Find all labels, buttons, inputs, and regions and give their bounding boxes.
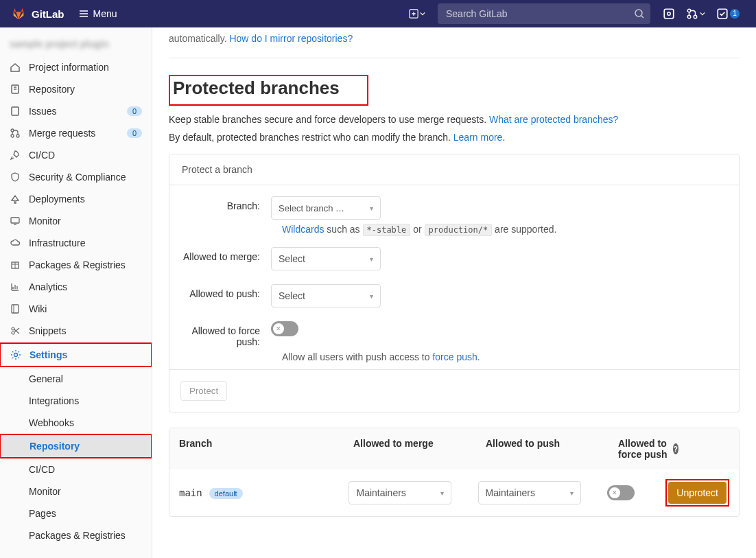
protected-branches-table: Branch Allowed to merge Allowed to push … <box>169 428 740 517</box>
branch-label: Branch: <box>182 196 271 211</box>
branch-select[interactable]: Select branch … ▾ <box>271 196 381 220</box>
svg-point-5 <box>687 15 691 19</box>
package-icon <box>10 259 21 270</box>
sidebar-sub-repository[interactable]: Repository <box>1 435 151 457</box>
svg-rect-15 <box>12 305 19 313</box>
svg-point-17 <box>12 332 14 334</box>
hint-text: or <box>410 224 424 235</box>
chevron-down-icon: ▾ <box>370 255 373 263</box>
sidebar-sub-cicd[interactable]: CI/CD <box>0 458 152 480</box>
sidebar-item-deployments[interactable]: Deployments <box>0 188 152 210</box>
search-icon[interactable] <box>634 8 645 19</box>
todo-icon <box>716 8 729 20</box>
sidebar-sub-label: Packages & Registries <box>29 530 142 541</box>
monitor-icon <box>10 216 21 226</box>
protect-button[interactable]: Protect <box>180 381 227 401</box>
mirror-tail-line: automatically. How do I mirror repositor… <box>169 27 740 44</box>
scissors-icon <box>10 325 21 336</box>
allowed-push-label: Allowed to push: <box>182 284 271 299</box>
select-value: Select <box>279 290 305 301</box>
allowed-push-select[interactable]: Select ▾ <box>271 284 381 307</box>
row-push-select[interactable]: Maintainers ▾ <box>478 481 581 504</box>
col-branch: Branch <box>179 438 353 460</box>
sidebar-item-security[interactable]: Security & Compliance <box>0 166 152 188</box>
hint-text: Allow all users with push access to <box>282 351 432 362</box>
sidebar-item-infrastructure[interactable]: Infrastructure <box>0 232 152 254</box>
create-new-dropdown[interactable] <box>409 9 425 19</box>
sidebar-item-cicd[interactable]: CI/CD <box>0 144 152 166</box>
sidebar-item-label: Project information <box>29 62 142 73</box>
sidebar: sample project plugin Project informatio… <box>0 27 152 558</box>
mirror-help-link[interactable]: How do I mirror repositories? <box>229 33 353 44</box>
protected-branches-help-link[interactable]: What are protected branches? <box>489 114 618 125</box>
svg-point-10 <box>11 129 14 132</box>
sidebar-item-label: Deployments <box>29 194 142 205</box>
wildcards-link[interactable]: Wildcards <box>282 224 324 235</box>
sidebar-item-settings[interactable]: Settings <box>1 344 151 366</box>
gear-icon <box>10 349 21 360</box>
unprotect-button[interactable]: Unprotect <box>668 482 727 504</box>
sidebar-item-packages[interactable]: Packages & Registries <box>0 254 152 276</box>
sidebar-item-merge-requests[interactable]: Merge requests 0 <box>0 122 152 144</box>
sidebar-item-label: Merge requests <box>29 128 119 139</box>
description-2: By default, protected branches restrict … <box>169 132 740 143</box>
sidebar-item-analytics[interactable]: Analytics <box>0 276 152 298</box>
svg-rect-9 <box>12 107 19 115</box>
cloud-icon <box>10 237 21 248</box>
menu-toggle[interactable]: Menu <box>78 8 117 19</box>
brand-label: GitLab <box>32 8 64 20</box>
search-input[interactable] <box>438 3 650 24</box>
rocket-icon <box>10 150 21 161</box>
select-value: Select branch … <box>279 203 344 213</box>
mirror-tail-text: automatically. <box>169 33 229 44</box>
learn-more-link[interactable]: Learn more <box>453 132 503 143</box>
sidebar-sub-pages[interactable]: Pages <box>0 502 152 524</box>
sidebar-item-wiki[interactable]: Wiki <box>0 298 152 320</box>
sidebar-item-label: Monitor <box>29 216 142 226</box>
home-icon <box>10 62 21 73</box>
col-push: Allowed to push <box>486 438 618 460</box>
merge-requests-shortcut[interactable] <box>686 8 705 20</box>
sidebar-item-snippets[interactable]: Snippets <box>0 320 152 342</box>
sidebar-item-monitor[interactable]: Monitor <box>0 210 152 232</box>
todos-shortcut[interactable]: 1 <box>716 8 740 20</box>
row-force-push-toggle[interactable]: ✕ <box>607 485 635 500</box>
project-header[interactable]: sample project plugin <box>0 32 152 56</box>
todo-count-badge: 1 <box>730 9 740 19</box>
sidebar-sub-general[interactable]: General <box>0 368 152 390</box>
sidebar-item-label: Settings <box>29 349 141 360</box>
allowed-merge-select[interactable]: Select ▾ <box>271 247 381 270</box>
allowed-merge-label: Allowed to merge: <box>182 247 271 262</box>
wildcard-hint: Wildcards such as *-stable or production… <box>282 224 727 235</box>
sidebar-item-label: Infrastructure <box>29 237 142 248</box>
svg-point-4 <box>687 9 691 12</box>
branch-name: main <box>179 487 202 498</box>
sidebar-sub-label: Pages <box>29 508 142 519</box>
sidebar-item-repository[interactable]: Repository <box>0 78 152 100</box>
plus-icon <box>409 9 418 19</box>
sidebar-sub-webhooks[interactable]: Webhooks <box>0 412 152 434</box>
main-content: automatically. How do I mirror repositor… <box>152 27 756 558</box>
table-header: Branch Allowed to merge Allowed to push … <box>169 428 739 469</box>
sidebar-item-label: Security & Compliance <box>29 172 142 183</box>
sidebar-sub-label: Webhooks <box>29 417 142 428</box>
issues-shortcut[interactable] <box>663 8 675 20</box>
row-merge-select[interactable]: Maintainers ▾ <box>349 481 451 504</box>
hint-text: . <box>477 351 480 362</box>
sidebar-sub-integrations[interactable]: Integrations <box>0 390 152 412</box>
sidebar-sub-label: Monitor <box>29 486 142 497</box>
help-icon[interactable]: ? <box>673 443 678 454</box>
force-push-toggle[interactable]: ✕ <box>271 321 298 336</box>
desc-text: . <box>502 132 505 143</box>
select-value: Maintainers <box>356 487 405 498</box>
gitlab-logo-icon[interactable] <box>11 6 26 21</box>
sidebar-item-issues[interactable]: Issues 0 <box>0 100 152 122</box>
sidebar-sub-packages[interactable]: Packages & Registries <box>0 524 152 546</box>
sidebar-item-project-information[interactable]: Project information <box>0 56 152 78</box>
count-badge: 0 <box>127 106 142 116</box>
sidebar-item-label: Packages & Registries <box>29 259 142 270</box>
sidebar-sub-monitor[interactable]: Monitor <box>0 480 152 502</box>
force-push-link[interactable]: force push <box>432 351 477 362</box>
col-label: Allowed to force push <box>618 438 672 460</box>
force-push-hint: Allow all users with push access to forc… <box>282 351 727 362</box>
